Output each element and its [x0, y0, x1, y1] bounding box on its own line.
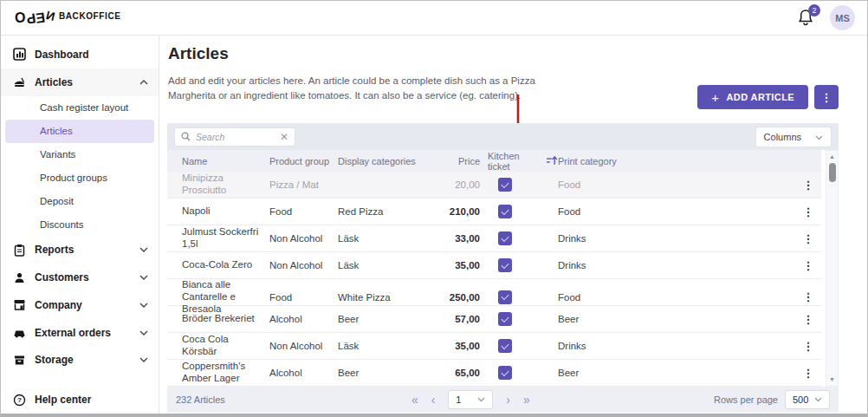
next-page-icon[interactable]: ›	[506, 394, 510, 406]
first-page-icon[interactable]: «	[411, 394, 418, 406]
brand-wordmark: OPEN	[15, 10, 55, 26]
rows-per-page-label: Rows per page	[714, 394, 778, 405]
cell-print-category: Food	[558, 292, 795, 303]
rows-per-page-select[interactable]: 500	[785, 390, 830, 409]
last-page-icon[interactable]: »	[523, 394, 530, 406]
table-toolbar: ✕ Columns	[167, 123, 839, 150]
plus-icon: +	[711, 90, 719, 105]
table-row[interactable]: Coca-Cola Zero Non Alcohol Läsk 35,00 Dr…	[167, 252, 821, 279]
row-menu-icon[interactable]: ⋮	[795, 290, 821, 303]
pagination: « ‹ 1 › »	[411, 390, 530, 409]
table-row[interactable]: Coca Cola Körsbär Non Alcohol Läsk 35,00…	[167, 333, 821, 360]
cell-price: 33,00	[442, 233, 482, 244]
cell-print-category: Drinks	[558, 341, 795, 351]
sidebar-item-customers[interactable]: Customers	[1, 264, 159, 291]
search-box[interactable]: ✕	[174, 127, 295, 147]
chevron-up-icon	[139, 80, 148, 85]
table-row[interactable]: Bianca alle Cantarelle e Bresaola Food W…	[167, 279, 821, 306]
scrollbar-track[interactable]	[826, 160, 838, 376]
table-row[interactable]: Julmust Sockerfri 1,5l Non Alcohol Läsk …	[167, 225, 821, 252]
sidebar-subitem-deposit[interactable]: Deposit	[5, 190, 154, 213]
sidebar-item-external-orders[interactable]: External orders	[1, 319, 159, 347]
kitchen-ticket-checkbox[interactable]	[498, 178, 512, 192]
cell-name: Coppersmith's Amber Lager	[182, 361, 269, 385]
sidebar-item-articles[interactable]: Articles	[1, 68, 159, 96]
sidebar-item-storage[interactable]: Storage	[1, 347, 159, 375]
cell-name: Bianca alle Cantarelle e Bresaola	[182, 279, 269, 315]
notifications-button[interactable]: 2	[797, 8, 816, 29]
cell-print-category: Beer	[558, 368, 795, 378]
kitchen-ticket-checkbox[interactable]	[498, 312, 512, 326]
cell-display-categories: Läsk	[338, 233, 442, 244]
column-header-product-group[interactable]: Product group	[269, 156, 338, 166]
columns-dropdown[interactable]: Columns	[755, 127, 832, 147]
row-menu-icon[interactable]: ⋮	[795, 313, 821, 326]
row-menu-icon[interactable]: ⋮	[795, 340, 821, 353]
cell-name: Napoli	[182, 205, 269, 218]
more-actions-button[interactable]: ⋮	[814, 85, 839, 109]
sidebar-item-label: Articles	[35, 76, 131, 88]
cell-display-categories: Läsk	[338, 260, 442, 270]
avatar[interactable]: MS	[830, 5, 855, 30]
kitchen-ticket-checkbox[interactable]	[498, 205, 512, 218]
column-header-kitchen-ticket[interactable]: Kitchen ticket	[488, 151, 558, 172]
kitchen-ticket-checkbox[interactable]	[498, 231, 512, 245]
scrollbar-thumb[interactable]	[829, 163, 836, 182]
cell-display-categories: Läsk	[338, 341, 442, 351]
sidebar-item-dashboard[interactable]: Dashboard	[1, 41, 159, 68]
customers-icon	[13, 271, 26, 284]
chevron-down-icon	[139, 330, 148, 336]
row-menu-icon[interactable]: ⋮	[795, 232, 821, 245]
sidebar-subitem-variants[interactable]: Variants	[5, 143, 154, 166]
cell-display-categories: Red Pizza	[338, 206, 442, 217]
column-header-name[interactable]: Name	[182, 156, 269, 166]
cell-name: Bröder Brekeriet	[182, 313, 269, 325]
sidebar-item-reports[interactable]: Reports	[1, 237, 159, 264]
table-footer: 232 Articles « ‹ 1 › » Rows per page	[167, 387, 839, 413]
add-article-button[interactable]: + ADD ARTICLE	[697, 85, 808, 109]
kitchen-ticket-checkbox[interactable]	[498, 339, 512, 353]
sidebar-subitem-product-groups[interactable]: Product groups	[5, 166, 154, 190]
table-scrollbar[interactable]: ▲ ▼	[826, 150, 839, 387]
table-row[interactable]: Napoli Food Red Pizza 210,00 Food ⋮	[167, 199, 821, 225]
page-select[interactable]: 1	[448, 390, 493, 409]
row-menu-icon[interactable]: ⋮	[795, 367, 821, 380]
cell-print-category: Beer	[558, 314, 795, 324]
notification-badge: 2	[808, 4, 820, 16]
column-header-print-category[interactable]: Print category	[558, 156, 795, 166]
row-menu-icon[interactable]: ⋮	[795, 179, 821, 192]
page-title: Articles	[168, 44, 229, 63]
search-input[interactable]	[196, 132, 275, 142]
cell-product-group: Non Alcohol	[269, 260, 338, 270]
previous-page-icon[interactable]: ‹	[431, 394, 436, 406]
table-row[interactable]: Coppersmith's Amber Lager Alcohol Beer 6…	[167, 360, 821, 387]
column-header-price[interactable]: Price	[442, 156, 482, 166]
table-header-row: Name Product group Display categories Pr…	[167, 150, 821, 172]
storage-icon	[13, 354, 26, 367]
chevron-down-icon	[139, 303, 148, 308]
articles-icon	[13, 75, 26, 88]
kitchen-ticket-checkbox[interactable]	[498, 366, 512, 380]
reports-icon	[13, 244, 26, 257]
row-menu-icon[interactable]: ⋮	[795, 259, 821, 272]
articles-count: 232 Articles	[176, 394, 225, 405]
cell-product-group: Food	[269, 292, 338, 303]
scroll-down-icon[interactable]: ▼	[829, 376, 835, 383]
cell-product-group: Non Alcohol	[269, 341, 338, 351]
table-row[interactable]: Minipizza Prosciutto Pizza / Mat 20,00 F…	[167, 172, 821, 199]
column-header-display-categories[interactable]: Display categories	[338, 156, 442, 166]
chevron-down-icon	[139, 275, 148, 280]
sidebar-item-company[interactable]: Company	[1, 291, 159, 319]
kitchen-ticket-checkbox[interactable]	[498, 290, 512, 304]
sidebar-subitem-discounts[interactable]: Discounts	[5, 213, 154, 237]
sidebar-item-help-center[interactable]: ? Help center	[1, 386, 159, 414]
scroll-up-icon[interactable]: ▲	[829, 153, 835, 160]
external-orders-icon	[13, 326, 26, 339]
sidebar-subitem-cash-register-layout[interactable]: Cash register layout	[5, 96, 154, 120]
row-menu-icon[interactable]: ⋮	[795, 205, 821, 218]
brand-suffix: BACKOFFICE	[59, 11, 121, 21]
kitchen-ticket-checkbox[interactable]	[498, 258, 512, 272]
clear-search-icon[interactable]: ✕	[280, 131, 288, 143]
sidebar-subitem-articles[interactable]: Articles	[5, 120, 154, 143]
top-bar: OPEN BACKOFFICE 2 MS	[1, 1, 867, 36]
